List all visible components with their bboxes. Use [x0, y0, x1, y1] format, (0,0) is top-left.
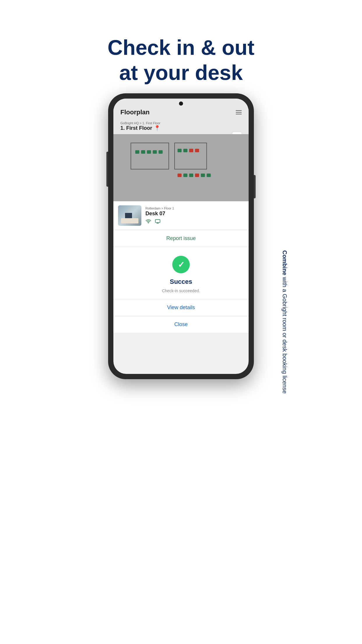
floor-label: 1. First Floor 📍: [120, 125, 242, 131]
svg-rect-16: [195, 174, 199, 177]
svg-rect-15: [189, 174, 193, 177]
desk-amenity-icons: [145, 219, 244, 225]
svg-rect-8: [159, 150, 163, 154]
svg-rect-12: [195, 149, 199, 152]
menu-icon[interactable]: [236, 110, 242, 114]
svg-rect-9: [178, 149, 182, 152]
success-subtitle: Check-in succeeded.: [162, 288, 200, 293]
side-label: Combine with a Gobright room or desk boo…: [281, 250, 288, 393]
svg-rect-18: [207, 174, 211, 177]
breadcrumb: GoBright HQ > 1. First Floor: [120, 121, 242, 125]
desk-location: Rotterdam > Floor 1: [145, 206, 244, 210]
svg-rect-5: [141, 150, 145, 154]
page-title: Check in & out at your desk: [0, 0, 362, 85]
svg-rect-17: [201, 174, 205, 177]
view-details-button[interactable]: View details: [113, 299, 249, 316]
desk-panel: Rotterdam > Floor 1 Desk 07: [113, 201, 249, 230]
svg-rect-6: [147, 150, 151, 154]
svg-rect-13: [178, 174, 182, 177]
desk-name: Desk 07: [145, 211, 244, 217]
success-icon: ✓: [172, 256, 190, 273]
breadcrumb-area: GoBright HQ > 1. First Floor 1. First Fl…: [113, 120, 249, 134]
svg-rect-10: [183, 149, 187, 152]
phone-mockup: Floorplan GoBright HQ > 1. First Floor 1…: [108, 93, 254, 385]
svg-rect-4: [135, 150, 139, 154]
front-camera: [179, 102, 183, 106]
svg-rect-7: [153, 150, 157, 154]
floorplan-map[interactable]: [113, 134, 249, 201]
phone-screen: Floorplan GoBright HQ > 1. First Floor 1…: [113, 99, 249, 374]
phone-shell: Floorplan GoBright HQ > 1. First Floor 1…: [108, 93, 254, 379]
svg-rect-14: [183, 174, 187, 177]
location-pin-icon: 📍: [154, 125, 160, 131]
svg-rect-20: [155, 219, 160, 222]
app-title: Floorplan: [120, 108, 150, 116]
success-panel: ✓ Succes Check-in succeeded.: [113, 247, 249, 299]
svg-rect-2: [131, 143, 169, 169]
svg-point-19: [148, 223, 149, 223]
wifi-icon: [145, 219, 151, 225]
desk-info: Rotterdam > Floor 1 Desk 07: [145, 206, 244, 225]
close-button[interactable]: Close: [113, 316, 249, 333]
desk-image: [118, 205, 141, 226]
svg-rect-11: [189, 149, 193, 152]
svg-rect-3: [175, 143, 207, 169]
report-issue-button[interactable]: Report issue: [113, 230, 249, 247]
success-title: Succes: [170, 278, 192, 286]
monitor-icon: [155, 219, 161, 225]
